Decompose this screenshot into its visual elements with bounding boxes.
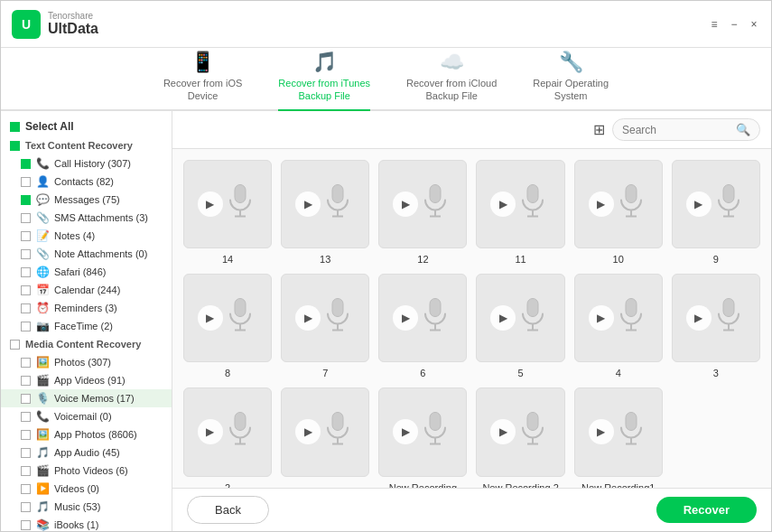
play-button[interactable]: ▶ — [295, 419, 321, 444]
sidebar-item-notes[interactable]: 📝 Notes (4) — [1, 227, 172, 245]
voice-memos-checkbox[interactable] — [21, 394, 31, 404]
play-button[interactable]: ▶ — [589, 419, 614, 444]
grid-item-4[interactable]: ▶ 11 — [476, 160, 564, 265]
sidebar-item-facetime[interactable]: 📷 FaceTime (2) — [1, 317, 172, 335]
section-text-content[interactable]: Text Content Recovery — [1, 136, 172, 154]
sidebar-item-ibooks[interactable]: 📚 iBooks (1) — [1, 516, 172, 531]
sidebar-item-note-attachments[interactable]: 📎 Note Attachments (0) — [1, 245, 172, 263]
reminders-checkbox[interactable] — [21, 303, 31, 313]
recording-thumb[interactable]: ▶ — [378, 160, 467, 248]
grid-item-13[interactable]: ▶ 2 — [183, 387, 272, 488]
sms-attachments-checkbox[interactable] — [21, 213, 31, 223]
grid-item-12[interactable]: ▶ 3 — [672, 274, 760, 378]
play-button[interactable]: ▶ — [490, 419, 516, 444]
view-options-icon[interactable]: ⊞ — [593, 121, 605, 138]
sidebar-item-messages[interactable]: 💬 Messages (75) — [1, 191, 172, 209]
grid-item-9[interactable]: ▶ 6 — [378, 274, 467, 378]
sidebar-item-photos[interactable]: 🖼️ Photos (307) — [1, 353, 172, 371]
nav-itunes[interactable]: 🎵 Recover from iTunesBackup File — [278, 51, 370, 111]
recording-thumb[interactable]: ▶ — [183, 387, 272, 476]
nav-repair[interactable]: 🔧 Repair OperatingSystem — [533, 51, 609, 111]
play-button[interactable]: ▶ — [490, 191, 516, 217]
recording-thumb[interactable]: ▶ — [574, 160, 663, 248]
ibooks-checkbox[interactable] — [21, 520, 31, 530]
play-button[interactable]: ▶ — [686, 191, 712, 217]
app-photos-checkbox[interactable] — [21, 430, 31, 440]
grid-item-6[interactable]: ▶ 9 — [672, 160, 760, 265]
sidebar-item-calendar[interactable]: 📅 Calendar (244) — [1, 281, 172, 299]
grid-item-2[interactable]: ▶ 13 — [281, 160, 369, 265]
sidebar-item-music[interactable]: 🎵 Music (53) — [1, 498, 172, 516]
section-media-content[interactable]: Media Content Recovery — [1, 335, 172, 353]
grid-item-7[interactable]: ▶ 8 — [183, 274, 272, 378]
sidebar-item-app-audio[interactable]: 🎵 App Audio (45) — [1, 443, 172, 462]
contacts-checkbox[interactable] — [21, 177, 31, 187]
voicemail-checkbox[interactable] — [21, 412, 31, 422]
play-button[interactable]: ▶ — [295, 191, 321, 217]
play-button[interactable]: ▶ — [393, 191, 418, 217]
sidebar-item-call-history[interactable]: 📞 Call History (307) — [1, 154, 172, 173]
play-button[interactable]: ▶ — [198, 191, 223, 217]
recording-thumb[interactable]: ▶ — [574, 274, 663, 362]
nav-icloud[interactable]: ☁️ Recover from iCloudBackup File — [406, 51, 497, 111]
videos-checkbox[interactable] — [21, 484, 31, 494]
text-section-checkbox[interactable] — [10, 141, 20, 151]
close-button[interactable]: × — [748, 18, 760, 31]
grid-item-8[interactable]: ▶ 7 — [281, 274, 369, 378]
search-input[interactable] — [622, 124, 730, 136]
recording-thumb[interactable]: ▶ — [672, 274, 760, 362]
recording-thumb[interactable]: ▶ — [672, 160, 760, 248]
app-videos-checkbox[interactable] — [21, 376, 31, 386]
recording-thumb[interactable]: ▶ — [183, 274, 272, 362]
grid-item-1[interactable]: ▶ 14 — [183, 160, 272, 265]
play-button[interactable]: ▶ — [198, 419, 223, 444]
notes-checkbox[interactable] — [21, 231, 31, 241]
facetime-checkbox[interactable] — [21, 322, 31, 331]
recording-thumb[interactable]: ▶ — [378, 274, 467, 362]
sidebar-item-voice-memos[interactable]: 🎙️ Voice Memos (17) — [1, 389, 172, 407]
recording-thumb[interactable]: ▶ — [378, 387, 467, 476]
play-button[interactable]: ▶ — [589, 191, 614, 217]
sidebar-item-app-videos[interactable]: 🎬 App Videos (91) — [1, 371, 172, 389]
recording-thumb[interactable]: ▶ — [183, 160, 272, 248]
grid-item-10[interactable]: ▶ 5 — [476, 274, 564, 378]
recording-thumb[interactable]: ▶ — [281, 387, 369, 476]
safari-checkbox[interactable] — [21, 267, 31, 277]
sidebar-item-safari[interactable]: 🌐 Safari (846) — [1, 263, 172, 281]
grid-item-5[interactable]: ▶ 10 — [574, 160, 663, 265]
play-button[interactable]: ▶ — [589, 305, 614, 331]
play-button[interactable]: ▶ — [295, 305, 321, 331]
sidebar-item-videos[interactable]: ▶️ Videos (0) — [1, 480, 172, 498]
calendar-checkbox[interactable] — [21, 285, 31, 295]
photos-checkbox[interactable] — [21, 358, 31, 368]
recording-thumb[interactable]: ▶ — [476, 274, 564, 362]
music-checkbox[interactable] — [21, 502, 31, 512]
minimize-button[interactable]: − — [728, 18, 740, 31]
grid-item-11[interactable]: ▶ 4 — [574, 274, 663, 378]
recording-thumb[interactable]: ▶ — [281, 160, 369, 248]
recording-thumb[interactable]: ▶ — [281, 274, 369, 362]
note-attachments-checkbox[interactable] — [21, 249, 31, 259]
grid-item-14[interactable]: ▶ — [281, 387, 369, 488]
photo-videos-checkbox[interactable] — [21, 466, 31, 476]
call-history-checkbox[interactable] — [21, 159, 31, 169]
app-audio-checkbox[interactable] — [21, 448, 31, 458]
nav-ios[interactable]: 📱 Recover from iOSDevice — [163, 51, 242, 111]
play-button[interactable]: ▶ — [686, 305, 712, 331]
sidebar-item-photo-videos[interactable]: 🎬 Photo Videos (6) — [1, 462, 172, 480]
play-button[interactable]: ▶ — [393, 305, 418, 331]
play-button[interactable]: ▶ — [393, 419, 418, 444]
grid-item-3[interactable]: ▶ 12 — [378, 160, 467, 265]
select-all-item[interactable]: Select All — [1, 117, 172, 136]
sidebar-item-sms-attachments[interactable]: 📎 SMS Attachments (3) — [1, 209, 172, 227]
media-section-checkbox[interactable] — [10, 340, 20, 350]
sidebar-item-app-photos[interactable]: 🖼️ App Photos (8606) — [1, 425, 172, 443]
menu-button[interactable]: ≡ — [708, 18, 721, 31]
messages-checkbox[interactable] — [21, 195, 31, 205]
grid-item-17[interactable]: ▶ New Recording1 — [574, 387, 663, 488]
sidebar-item-contacts[interactable]: 👤 Contacts (82) — [1, 173, 172, 191]
sidebar-item-voicemail[interactable]: 📞 Voicemail (0) — [1, 407, 172, 425]
recording-thumb[interactable]: ▶ — [476, 387, 564, 476]
play-button[interactable]: ▶ — [198, 305, 223, 331]
recording-thumb[interactable]: ▶ — [476, 160, 564, 248]
